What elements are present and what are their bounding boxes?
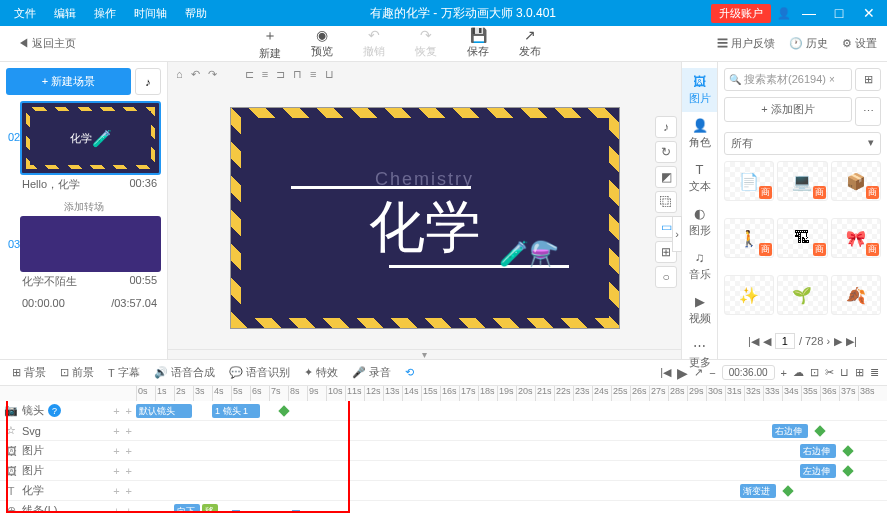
clip-line-down[interactable]: 向下 [174,504,200,513]
tab-text[interactable]: T文本 [682,156,717,200]
search-input[interactable]: 🔍 搜索素材(26194) × [724,68,852,91]
cut-icon[interactable]: ✂ [825,366,834,379]
publish-button[interactable]: ↗发布 [519,27,541,61]
prev-frame-icon[interactable]: |◀ [660,366,671,379]
history-button[interactable]: 🕐 历史 [789,36,828,51]
asset-item[interactable]: 🍂 [831,275,881,315]
close-button[interactable]: ✕ [857,5,881,21]
fg-button[interactable]: ⊡ 前景 [56,363,98,382]
zoom-out-icon[interactable]: − [709,367,715,379]
add-transition-button[interactable]: 添加转场 [6,198,161,216]
asset-item[interactable]: 🚶商 [724,218,774,258]
preview-button[interactable]: ◉预览 [311,27,333,61]
fx-button[interactable]: ✦ 特效 [300,363,342,382]
keyframe-icon[interactable] [842,465,853,476]
track-camera[interactable]: 📷镜头?++ 默认镜头1 镜头 1 [0,401,887,421]
bg-button[interactable]: ⊞ 背景 [8,363,50,382]
filter-button[interactable]: ⊞ [855,68,881,91]
clip-img1[interactable]: 右边伸 [800,444,836,458]
page-next[interactable]: ▶ [834,335,842,348]
crop-tool-icon[interactable]: ◩ [655,166,677,188]
chemistry-cn-text[interactable]: 化学 [369,190,481,266]
menu-file[interactable]: 文件 [6,3,44,24]
keyframe-icon[interactable] [782,485,793,496]
save-button[interactable]: 💾保存 [467,27,489,61]
back-button[interactable]: ◀ 返回主页 [10,32,84,55]
track-chemistry[interactable]: T化学++ 渐变进 [0,481,887,501]
time-ruler[interactable]: 0s1s2s3s4s5s6s7s8s9s10s11s12s13s14s15s16… [0,385,887,401]
music-tool-icon[interactable]: ♪ [655,116,677,138]
flask-icon[interactable]: 🧪⚗️ [499,240,559,268]
keyframe-icon[interactable] [814,425,825,436]
keyframe-icon[interactable] [278,405,289,416]
category-select[interactable]: 所有▾ [724,132,881,155]
align-bottom-icon[interactable]: ⊔ [325,68,334,81]
asr-button[interactable]: 💬 语音识别 [225,363,294,382]
clip-chem[interactable]: 渐变进 [740,484,776,498]
copy-tool-icon[interactable]: ⿻ [655,191,677,213]
line-element-1[interactable] [291,186,471,189]
fit-icon[interactable]: ⊡ [810,366,819,379]
asset-item[interactable]: 🎀商 [831,218,881,258]
tab-shape[interactable]: ◐图形 [682,200,717,244]
clip-default-camera[interactable]: 默认镜头 [136,404,192,418]
minimize-button[interactable]: — [797,5,821,21]
circle-tool-icon[interactable]: ○ [655,266,677,288]
record-button[interactable]: 🎤 录音 [348,363,395,382]
rotate-tool-icon[interactable]: ↻ [655,141,677,163]
menu-action[interactable]: 操作 [86,3,124,24]
clip-img2[interactable]: 左边伸 [800,464,836,478]
grid-icon[interactable]: ⊞ [855,366,864,379]
add-image-button[interactable]: + 添加图片 [724,97,852,122]
redo-icon[interactable]: ↷ [208,68,217,81]
menu-edit[interactable]: 编辑 [46,3,84,24]
keyframe-icon[interactable] [842,445,853,456]
align-left-icon[interactable]: ⊏ [245,68,254,81]
asset-item[interactable]: ✨ [724,275,774,315]
subtitle-button[interactable]: T 字幕 [104,363,144,382]
zoom-in-icon[interactable]: + [781,367,787,379]
align-center-icon[interactable]: ≡ [262,68,268,80]
feedback-button[interactable]: ☰ 用户反馈 [717,36,775,51]
time-display[interactable]: 00:36.00 [722,365,775,380]
align-top-icon[interactable]: ⊓ [293,68,302,81]
canvas[interactable]: 📹 Chemistry 化学 🧪⚗️ [230,107,620,329]
upgrade-button[interactable]: 升级账户 [711,4,771,23]
tab-music[interactable]: ♫音乐 [682,244,717,288]
layers-icon[interactable]: ≣ [870,366,879,379]
page-prev[interactable]: ◀ [763,335,771,348]
user-icon[interactable]: 👤 [777,7,791,20]
home-icon[interactable]: ⌂ [176,68,183,80]
scene-thumbnail-2[interactable] [20,216,161,272]
menu-timeline[interactable]: 时间轴 [126,3,175,24]
align-right-icon[interactable]: ⊐ [276,68,285,81]
marker-icon[interactable] [292,510,300,512]
track-line[interactable]: ⊕线条(L)++ 向下移 [0,501,887,513]
track-image-2[interactable]: 🖼图片++ 左边伸 [0,461,887,481]
asset-item[interactable]: 🌱 [777,275,827,315]
more-button[interactable]: ⋯ [855,97,881,126]
page-first[interactable]: |◀ [748,335,759,348]
maximize-button[interactable]: □ [827,5,851,21]
asset-item[interactable]: 📦商 [831,161,881,201]
asset-item[interactable]: 📄商 [724,161,774,201]
settings-button[interactable]: ⚙ 设置 [842,36,877,51]
resize-handle[interactable]: ▾ [168,349,681,359]
page-input[interactable] [775,333,795,349]
expand-handle[interactable]: › [672,216,682,252]
loop-icon[interactable]: ⟲ [401,364,418,381]
asset-item[interactable]: 🏗商 [777,218,827,258]
tab-character[interactable]: 👤角色 [682,112,717,156]
magnet-icon[interactable]: ⊔ [840,366,849,379]
undo-icon[interactable]: ↶ [191,68,200,81]
track-image-1[interactable]: 🖼图片++ 右边伸 [0,441,887,461]
menu-help[interactable]: 帮助 [177,3,215,24]
page-last[interactable]: ▶| [846,335,857,348]
marker-icon[interactable] [232,510,240,512]
help-icon[interactable]: ? [48,404,61,417]
align-middle-icon[interactable]: ≡ [310,68,316,80]
tab-video[interactable]: ▶视频 [682,288,717,332]
track-svg[interactable]: ☆Svg++ 右边伸 [0,421,887,441]
cloud-icon[interactable]: ☁ [793,366,804,379]
redo-button[interactable]: ↷恢复 [415,27,437,61]
